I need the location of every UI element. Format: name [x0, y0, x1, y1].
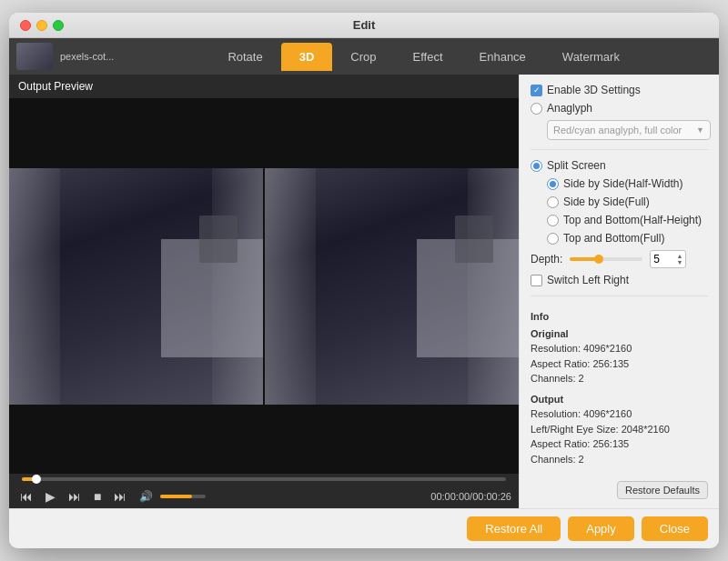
split-screen-label: Split Screen: [547, 159, 606, 172]
tab-watermark[interactable]: Watermark: [544, 43, 638, 71]
side-by-side-half-radio[interactable]: [547, 178, 559, 190]
info-original-resolution: Resolution: 4096*2160: [531, 341, 708, 356]
top-bottom-full-label[interactable]: Top and Bottom(Full): [547, 232, 664, 245]
volume-fill: [160, 495, 192, 498]
switch-lr-label: Switch Left Right: [547, 274, 629, 286]
close-window-button[interactable]: [20, 20, 31, 31]
info-output-aspect: Aspect Ratio: 256:135: [531, 436, 708, 452]
video-frames: [9, 98, 519, 474]
tab-rotate[interactable]: Rotate: [209, 43, 280, 71]
side-by-side-half-text: Side by Side(Half-Width): [563, 177, 682, 190]
top-bottom-half-label[interactable]: Top and Bottom(Half-Height): [547, 214, 702, 226]
tab-3d[interactable]: 3D: [281, 43, 333, 71]
depth-value: 5: [653, 253, 660, 265]
preview-video: [9, 98, 519, 474]
top-bottom-full-text: Top and Bottom(Full): [563, 232, 664, 245]
dropdown-arrow-icon: ▼: [696, 125, 704, 135]
tab-enhance[interactable]: Enhance: [461, 43, 544, 71]
depth-knob[interactable]: [594, 255, 603, 264]
split-screen-radio-label[interactable]: Split Screen: [531, 159, 606, 172]
tab-effect[interactable]: Effect: [395, 43, 461, 71]
end-button[interactable]: ⏭: [110, 488, 130, 505]
toolbar: pexels-cot... Rotate 3D Crop Effect Enha…: [9, 38, 719, 75]
anaglyph-dropdown-row: Red/cyan anaglyph, full color ▼: [531, 120, 708, 140]
switch-lr-checkbox[interactable]: [531, 275, 542, 286]
minimize-window-button[interactable]: [36, 20, 47, 31]
maximize-window-button[interactable]: [53, 20, 64, 31]
info-title: Info: [531, 309, 708, 325]
depth-row: Depth: 5 ▲ ▼: [531, 250, 708, 268]
restore-defaults-button[interactable]: Restore Defaults: [617, 481, 708, 499]
info-output-group: Output Resolution: 4096*2160 Left/Right …: [531, 392, 708, 467]
curtain-decoration-left: [9, 168, 60, 405]
top-bottom-full-radio[interactable]: [547, 233, 559, 245]
bottom-bar: Restore All Apply Close: [9, 508, 719, 548]
switch-lr-checkbox-label[interactable]: Switch Left Right: [531, 274, 629, 286]
split-screen-radio[interactable]: [531, 160, 542, 172]
preview-label: Output Preview: [9, 75, 519, 98]
playback-controls: ⏮ ▶ ⏭ ■ ⏭ 🔊 00:00:00/00:00:26: [9, 485, 519, 508]
side-by-side-half-row: Side by Side(Half-Width): [531, 177, 708, 190]
top-bottom-half-row: Top and Bottom(Half-Height): [531, 214, 708, 226]
curtain-decoration-right: [212, 168, 263, 405]
anaglyph-radio-label[interactable]: Anaglyph: [531, 102, 592, 115]
stop-button[interactable]: ■: [90, 488, 105, 505]
anaglyph-label: Anaglyph: [547, 102, 592, 115]
info-original-group: Original Resolution: 4096*2160 Aspect Ra…: [531, 326, 708, 386]
depth-slider[interactable]: [570, 257, 642, 261]
anaglyph-dropdown-value: Red/cyan anaglyph, full color: [553, 125, 682, 135]
enable-3d-checkbox[interactable]: [531, 85, 542, 96]
apply-button[interactable]: Apply: [568, 516, 634, 541]
enable-3d-row: Enable 3D Settings: [531, 84, 708, 96]
switch-lr-row: Switch Left Right: [531, 274, 708, 286]
window-title: Edit: [353, 18, 376, 32]
play-button[interactable]: ▶: [42, 488, 59, 505]
depth-spinner[interactable]: ▲ ▼: [676, 253, 682, 265]
video-frame-left: [9, 168, 263, 405]
spinner-up-icon[interactable]: ▲: [676, 253, 682, 259]
traffic-lights: [20, 20, 64, 31]
restore-all-button[interactable]: Restore All: [467, 516, 561, 541]
volume-control: 🔊: [136, 489, 206, 504]
depth-input[interactable]: 5 ▲ ▼: [650, 250, 686, 268]
tab-crop[interactable]: Crop: [332, 43, 394, 71]
info-output-resolution: Resolution: 4096*2160: [531, 406, 708, 422]
anaglyph-dropdown[interactable]: Red/cyan anaglyph, full color ▼: [547, 120, 711, 140]
main-content: Output Preview: [9, 75, 719, 508]
filename-label: pexels-cot...: [60, 51, 114, 62]
progress-knob[interactable]: [32, 475, 41, 484]
title-bar: Edit: [9, 13, 719, 38]
info-original-aspect: Aspect Ratio: 256:135: [531, 356, 708, 372]
info-output-channels: Channels: 2: [531, 452, 708, 467]
thumbnail-image: [16, 43, 53, 70]
spinner-down-icon[interactable]: ▼: [676, 259, 682, 265]
depth-label: Depth:: [531, 253, 562, 265]
info-original-channels: Channels: 2: [531, 371, 708, 386]
side-by-side-full-radio[interactable]: [547, 196, 559, 208]
progress-bar[interactable]: [22, 477, 506, 481]
curtain-decoration-left2: [265, 168, 316, 405]
side-by-side-full-row: Side by Side(Full): [531, 195, 708, 208]
right-panel: Enable 3D Settings Anaglyph Red/cyan ana…: [519, 75, 719, 508]
volume-icon: 🔊: [136, 489, 157, 504]
enable-3d-checkbox-label[interactable]: Enable 3D Settings: [531, 84, 641, 96]
side-by-side-half-label[interactable]: Side by Side(Half-Width): [547, 177, 682, 190]
split-screen-row: Split Screen: [531, 159, 708, 172]
video-thumbnail: [16, 43, 53, 70]
volume-bar[interactable]: [160, 495, 206, 498]
info-original-title: Original: [531, 326, 708, 342]
side-by-side-full-label[interactable]: Side by Side(Full): [547, 195, 650, 208]
step-forward-button[interactable]: ⏭: [65, 488, 85, 505]
skip-back-button[interactable]: ⏮: [16, 488, 36, 505]
controls-bar: [9, 474, 519, 485]
info-output-eye-size: Left/Right Eye Size: 2048*2160: [531, 422, 708, 437]
main-window: Edit pexels-cot... Rotate 3D Crop Effect…: [9, 13, 719, 548]
top-bottom-half-text: Top and Bottom(Half-Height): [563, 214, 702, 226]
top-bottom-half-radio[interactable]: [547, 215, 559, 226]
time-display: 00:00:00/00:00:26: [430, 491, 511, 502]
top-bottom-full-row: Top and Bottom(Full): [531, 232, 708, 245]
close-button[interactable]: Close: [642, 516, 708, 541]
curtain-decoration-right2: [468, 168, 519, 405]
info-section: Info Original Resolution: 4096*2160 Aspe…: [531, 309, 708, 472]
anaglyph-radio[interactable]: [531, 103, 542, 115]
